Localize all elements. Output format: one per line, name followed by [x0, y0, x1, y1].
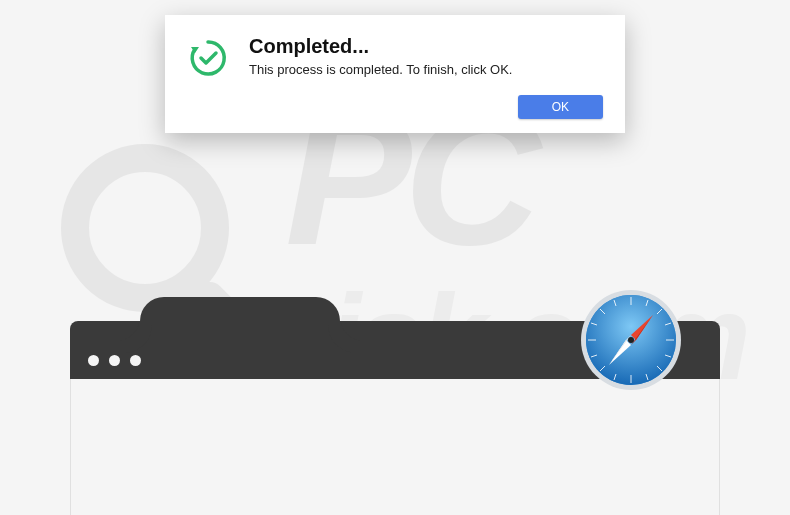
svg-point-0 [75, 158, 215, 298]
browser-tab[interactable] [140, 297, 340, 341]
browser-content-area [70, 379, 720, 515]
window-control-dot[interactable] [109, 355, 120, 366]
ok-button[interactable]: OK [518, 95, 603, 119]
window-control-dot[interactable] [130, 355, 141, 366]
checkmark-refresh-icon [187, 37, 229, 79]
svg-point-25 [628, 337, 634, 343]
completion-dialog: Completed... This process is completed. … [165, 15, 625, 133]
window-control-dot[interactable] [88, 355, 99, 366]
dialog-title: Completed... [249, 35, 603, 58]
safari-icon [578, 287, 684, 393]
dialog-message: This process is completed. To finish, cl… [249, 62, 603, 77]
